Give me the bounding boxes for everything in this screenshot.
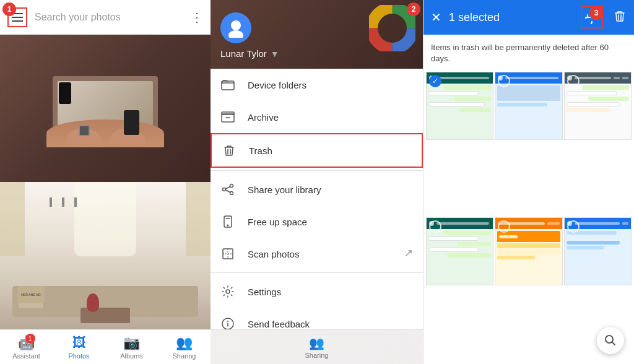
living-room-photo: HER AND NO [0,182,211,329]
free-up-space-label: Free up space [248,217,413,227]
menu-item-scan-photos[interactable]: Scan photos [211,238,423,270]
photos-grid: HER AND NO [0,35,211,329]
albums-label: Albums [120,352,143,360]
menu-divider-1 [211,170,423,171]
selected-count-label: 1 selected [449,11,573,24]
trash-header: ✕ 1 selected 3 [423,0,634,35]
sharing-icon: 👥 [176,335,193,351]
trash-thumb-4[interactable] [426,217,493,285]
user-name: Lunar Tylor [220,48,267,59]
svg-point-11 [230,192,233,195]
share-library-label: Share your library [248,184,413,195]
menu-nav-sharing[interactable]: 👥 Sharing [211,330,423,364]
archive-label: Archive [248,112,413,123]
trash-icon [222,143,237,158]
nav-albums[interactable]: 📷 Albums [105,330,158,364]
menu-sharing-icon: 👥 [309,336,324,350]
svg-point-10 [223,188,226,191]
settings-label: Settings [248,287,413,297]
user-header: Lunar Tylor ▼ 2 [211,0,423,69]
settings-icon [220,284,235,299]
photo-living-room[interactable]: HER AND NO [0,182,211,329]
scan-photos-icon [220,246,235,261]
menu-bottom-nav: 👥 Sharing [211,329,423,364]
device-folders-label: Device folders [248,80,413,90]
panel-photos-main: 1 Search your photos ⋮ [0,0,211,364]
nav-sharing[interactable]: 👥 Sharing [158,330,211,364]
menu-item-free-up-space[interactable]: Free up space [211,206,423,238]
user-avatar [220,12,251,43]
svg-point-21 [606,336,613,343]
menu-item-archive[interactable]: Archive [211,101,423,133]
step-label-3: 3 [589,6,603,20]
svg-rect-6 [222,81,234,90]
trash-thumb-6[interactable] [564,217,632,285]
bottom-nav: 1 🤖 Assistant 🖼 Photos 📷 Albums 👥 Sharin… [0,329,211,364]
user-dropdown-icon[interactable]: ▼ [271,49,279,59]
trash-thumbnails-grid: ✓ [423,69,634,364]
step-label-1: 1 [2,2,16,16]
nav-photos[interactable]: 🖼 Photos [53,330,105,364]
menu-item-settings[interactable]: Settings [211,275,423,308]
trash-thumb-3[interactable] [564,72,632,139]
menu-item-trash[interactable]: Trash [211,133,423,168]
search-bar: 1 Search your photos ⋮ [0,0,211,35]
scan-photos-label: Scan photos [248,249,404,259]
svg-rect-8 [222,112,234,115]
delete-icon[interactable] [613,9,627,26]
menu-sharing-label: Sharing [305,352,329,359]
assistant-badge: 1 [25,334,35,344]
svg-point-9 [230,184,233,188]
nav-assistant[interactable]: 1 🤖 Assistant [0,330,53,364]
svg-point-5 [228,30,243,38]
thumb3-circle [567,75,580,87]
menu-item-share-library[interactable]: Share your library [211,173,423,206]
step-label-2: 2 [407,2,420,16]
free-up-space-icon [220,214,235,229]
photo-laptop[interactable] [0,35,211,182]
assistant-label: Assistant [12,352,40,360]
svg-point-15 [226,290,230,293]
trash-thumb-2[interactable] [495,72,562,139]
search-fab-icon [604,334,617,347]
menu-button[interactable]: 1 [7,7,27,27]
trash-label: Trash [249,145,412,156]
search-input[interactable]: Search your photos [35,12,191,23]
panel-trash: ✕ 1 selected 3 Items in trash will be pe… [423,0,634,364]
thumb6-circle [567,220,580,233]
trash-thumb-1[interactable]: ✓ [426,72,493,139]
sharing-label: Sharing [173,352,196,360]
share-library-icon [220,182,235,197]
svg-point-4 [231,20,241,30]
menu-items-list: Device folders Archive Trash Share your … [211,69,423,329]
photos-label: Photos [68,352,89,360]
more-options-icon[interactable]: ⋮ [191,10,203,25]
panel-menu: Lunar Tylor ▼ 2 Device folders Archive T… [211,0,423,364]
menu-item-device-folders[interactable]: Device folders [211,69,423,101]
archive-icon [220,110,235,124]
avatar-person-icon [226,18,246,38]
svg-point-13 [227,225,229,227]
feedback-icon [220,316,235,329]
feedback-label: Send feedback [248,319,413,329]
device-folders-icon [220,77,235,92]
menu-divider-2 [211,272,423,273]
trash-thumb-5[interactable] [495,217,562,285]
external-link-icon [404,249,413,259]
trash-info-text: Items in trash will be permanently delet… [423,35,634,69]
search-fab[interactable] [597,327,624,354]
menu-item-feedback[interactable]: Send feedback [211,308,423,329]
svg-point-18 [227,321,228,322]
photos-icon: 🖼 [72,335,86,351]
close-icon[interactable]: ✕ [431,10,441,25]
albums-icon: 📷 [123,335,140,351]
laptop-photo [0,35,211,182]
